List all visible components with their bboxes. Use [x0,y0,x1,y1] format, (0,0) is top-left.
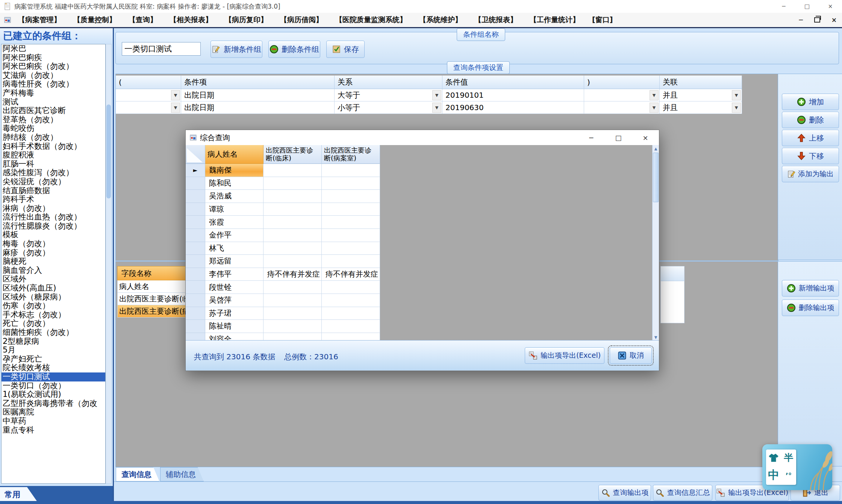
record-room-diagnosis-header[interactable]: 出院西医主要诊断(病案室) [322,145,380,164]
patient-name-cell[interactable]: 魏南傑 [205,164,264,177]
row-selector-cell[interactable] [186,255,205,268]
combo-arrow-icon[interactable]: ▼ [650,103,659,113]
ime-status-widget[interactable]: 半 中 ’° [762,444,832,490]
record-room-diagnosis-cell[interactable] [322,307,380,320]
mdi-close-button[interactable]: × [831,16,837,24]
scroll-up-icon[interactable]: ▲ [653,145,659,152]
clinical-diagnosis-cell[interactable] [264,281,322,294]
condition-group-item[interactable]: 脑血管介入 [2,266,105,275]
query-info-summary-button[interactable]: 查询信息汇总 [653,485,712,501]
value-cell[interactable]: 20190630 [442,101,584,114]
clinical-diagnosis-cell[interactable] [264,164,322,177]
row-selector-cell[interactable] [186,307,205,320]
record-room-diagnosis-cell[interactable] [322,320,380,333]
combo-arrow-icon[interactable]: ▼ [432,90,441,100]
menu-item[interactable]: 【质量控制】 [73,15,116,25]
menu-item[interactable]: 【相关报表】 [170,15,212,25]
condition-group-item[interactable]: 梅毒（勿改） [2,239,105,248]
row-selector-cell[interactable] [186,294,205,307]
condition-group-item[interactable]: 阿米巴痢疾 [2,53,105,62]
row-selector-cell[interactable] [186,320,205,333]
condition-item-cell[interactable]: 出院日期 [181,101,335,114]
condition-group-item[interactable]: 乙型肝炎病毒携带者（勿改 [2,399,105,408]
condition-group-item[interactable]: 结直肠癌数据 [2,186,105,195]
open-paren-cell[interactable]: ▼ [116,101,181,114]
condition-group-item[interactable]: 1(易联众测试用) [2,390,105,399]
link-cell[interactable]: 并且▼ [660,89,742,101]
condition-group-item[interactable]: 妇科手术数据（勿改） [2,142,105,151]
dialog-cancel-button[interactable]: 取消 [610,347,652,364]
condition-group-item[interactable]: 产科梅毒 [2,89,105,98]
row-selector-cell[interactable] [186,242,205,255]
condition-group-item[interactable]: 模板 [2,230,105,239]
record-room-diagnosis-cell[interactable] [322,216,380,229]
sidebar-scrollbar[interactable] [106,44,112,484]
combo-arrow-icon[interactable]: ▼ [432,103,441,113]
row-selector-cell[interactable] [186,281,205,294]
record-room-diagnosis-cell[interactable]: 痔不伴有并发症 [322,268,380,281]
dialog-maximize-button[interactable]: □ [605,130,632,145]
condition-group-item[interactable]: 院长绩效考核 [2,363,105,372]
query-output-items-button[interactable]: 查询输出项 [598,485,651,501]
row-selector-cell[interactable] [186,268,205,281]
add-as-output-button[interactable]: 添加为输出 [782,166,839,182]
condition-group-item[interactable]: 重点专科 [2,426,105,435]
delete-group-button[interactable]: 删除条件组 [268,41,320,58]
record-room-diagnosis-cell[interactable] [322,190,380,203]
menu-item[interactable]: 【医院质量监测系统】 [335,15,407,25]
tab-changyong[interactable]: 常用 [0,487,38,502]
clinical-diagnosis-cell[interactable] [264,294,322,307]
row-selector-cell[interactable] [186,216,205,229]
close-paren-cell[interactable]: ▼ [584,101,660,114]
condition-group-item[interactable]: 阿米巴痢疾（勿改） [2,62,105,71]
record-room-diagnosis-cell[interactable] [322,164,380,177]
patient-name-cell[interactable]: 谭琼 [205,203,264,216]
clinical-diagnosis-cell[interactable]: 痔不伴有并发症 [264,268,322,281]
condition-group-item[interactable]: 淋病（勿改） [2,204,105,213]
window-maximize-button[interactable]: □ [795,0,819,13]
value-cell[interactable]: 20190101 [442,89,584,101]
patient-name-cell[interactable]: 李伟平 [205,268,264,281]
condition-group-item[interactable]: 中草药 [2,417,105,426]
record-room-diagnosis-cell[interactable] [322,294,380,307]
dialog-scrollbar-thumb[interactable] [653,153,659,202]
relation-cell[interactable]: 大等于▼ [335,89,442,101]
open-paren-cell[interactable]: ▼ [116,89,181,101]
clinical-diagnosis-cell[interactable] [264,255,322,268]
condition-group-item[interactable]: 流行性腮腺炎（勿改） [2,222,105,231]
condition-group-item[interactable]: 流行性出血热（勿改） [2,213,105,222]
row-selector-cell[interactable] [186,190,205,203]
record-room-diagnosis-cell[interactable] [322,281,380,294]
patient-name-cell[interactable]: 郑远留 [205,255,264,268]
scroll-down-icon[interactable]: ▼ [653,334,659,341]
condition-group-item[interactable]: 细菌性痢疾（勿改） [2,328,105,337]
record-room-diagnosis-cell[interactable] [322,242,380,255]
clinical-diagnosis-cell[interactable] [264,229,322,242]
menu-item[interactable]: 【卫统报表】 [474,15,517,25]
patient-name-cell[interactable]: 吴啓萍 [205,294,264,307]
output-field-row[interactable]: 出院西医主要诊断(病案室) [117,305,188,318]
menu-item[interactable]: [窗口] [592,15,613,25]
patient-name-cell[interactable]: 张霞 [205,216,264,229]
menu-item[interactable]: 【病历借阅】 [280,15,323,25]
add-group-button[interactable]: 新增条件组 [210,41,262,58]
condition-group-item[interactable]: 出院西医其它诊断 [2,106,105,115]
window-close-button[interactable]: × [819,0,842,13]
dialog-minimize-button[interactable]: ─ [578,130,605,145]
patient-name-cell[interactable]: 刘容全 [205,333,264,341]
save-button[interactable]: 保存 [326,41,365,58]
close-paren-cell[interactable]: ▼ [584,89,660,101]
condition-group-item[interactable]: 跨科手术 [2,195,105,204]
sidebar-scrollbar-thumb[interactable] [106,104,111,198]
move-down-button[interactable]: 下移 [782,148,839,164]
clinical-diagnosis-cell[interactable] [264,242,322,255]
condition-group-item[interactable]: 医嘱离院 [2,408,105,417]
current-row-selector-cell[interactable]: ► [186,164,205,177]
condition-group-item[interactable]: 一类切口测试 [2,372,105,381]
condition-group-item[interactable]: 肛肠一科 [2,160,105,169]
combo-arrow-icon[interactable]: ▼ [732,90,741,100]
condition-group-item[interactable]: 阿米巴 [2,44,105,53]
condition-group-item[interactable]: 腹腔积液 [2,151,105,160]
record-room-diagnosis-cell[interactable] [322,203,380,216]
menu-item[interactable]: 【工作量统计】 [530,15,580,25]
